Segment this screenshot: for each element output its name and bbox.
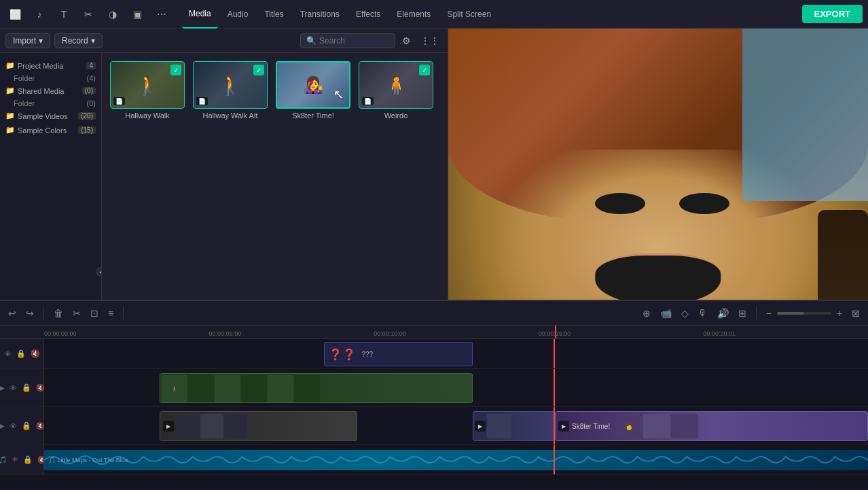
folder1-count: (4) bbox=[87, 74, 96, 82]
sample-videos-label: Sample Videos bbox=[18, 112, 68, 120]
mic-button[interactable]: 🎙 bbox=[695, 307, 710, 320]
sidebar-label: Project Media bbox=[18, 62, 63, 70]
b-track-play-button[interactable]: ▶ bbox=[0, 421, 6, 431]
thumb-frame-5 bbox=[268, 375, 293, 402]
video-track-lock-button[interactable]: 🔒 bbox=[20, 382, 33, 393]
video-track-eye-button[interactable]: 👁 bbox=[8, 383, 18, 393]
music-icon[interactable]: ♪ bbox=[30, 5, 49, 24]
playhead-line2 bbox=[554, 369, 555, 406]
sidebar-item-project-media[interactable]: 📁 Project Media 4 bbox=[0, 58, 101, 73]
camera-button[interactable]: 📹 bbox=[657, 307, 674, 320]
redo-button[interactable]: ↪ bbox=[23, 307, 37, 320]
sidebar-collapse-button[interactable]: ◀ bbox=[96, 266, 102, 277]
cut-icon[interactable]: ✂ bbox=[79, 5, 98, 24]
voiceover-button[interactable]: 🔊 bbox=[715, 307, 731, 320]
video-track-play-button[interactable]: ▶ bbox=[0, 383, 6, 393]
icon-toolbar: ⬜ ♪ T ✂ ◑ ▣ ⋯ bbox=[5, 5, 171, 24]
toolbar-separator3 bbox=[756, 307, 757, 320]
audio-clip[interactable]: 🎵 Little Maps - Out The Blue bbox=[44, 450, 868, 470]
audio-settings-button[interactable]: ≡ bbox=[105, 307, 116, 320]
audio-track-music-button[interactable]: 🎵 bbox=[0, 455, 8, 465]
zoom-bar[interactable] bbox=[777, 312, 831, 315]
audio-track-lock-button[interactable]: 🔒 bbox=[22, 454, 34, 466]
track-mute-button[interactable]: 🔇 bbox=[29, 348, 41, 360]
weirdo-thumb-2 bbox=[200, 414, 223, 438]
screen-icon[interactable]: ▣ bbox=[128, 5, 147, 24]
media-item-weirdo[interactable]: 🧍 📄 ✓ Weirdo bbox=[359, 61, 433, 120]
timeline-ruler: 00:00:00:00 00:00:05:00 00:00:10:00 00:0… bbox=[0, 326, 868, 339]
weirdo-thumb-3 bbox=[224, 414, 247, 438]
tab-audio[interactable]: Audio bbox=[221, 0, 255, 29]
record-button[interactable]: Record ▾ bbox=[54, 33, 103, 48]
tab-titles[interactable]: Titles bbox=[257, 0, 290, 29]
tab-split-screen[interactable]: Split Screen bbox=[440, 0, 498, 29]
pip-button[interactable]: ⊞ bbox=[736, 307, 749, 320]
folder-label: Folder bbox=[14, 74, 35, 82]
ruler-mark-0: 00:00:00:00 bbox=[44, 330, 77, 337]
title-clip-qmark[interactable]: ❓❓ ??? bbox=[324, 342, 472, 366]
shared-count: (0) bbox=[82, 87, 96, 94]
selected-checkmark: ✓ bbox=[253, 65, 264, 75]
audio-track-eye-button[interactable]: 👁 bbox=[10, 455, 20, 465]
thumb-frame-2 bbox=[188, 375, 214, 402]
zoom-out-button[interactable]: − bbox=[763, 307, 774, 320]
more-icon[interactable]: ⋯ bbox=[152, 5, 171, 24]
sidebar-sub-folder2[interactable]: Folder (0) bbox=[0, 98, 101, 109]
import-button[interactable]: Import ▾ bbox=[5, 33, 50, 48]
ruler-inner: 00:00:00:00 00:00:05:00 00:00:10:00 00:0… bbox=[44, 326, 868, 338]
sk8ter-thumbs: 👩 bbox=[615, 414, 698, 438]
tab-effects[interactable]: Effects bbox=[349, 0, 387, 29]
search-box[interactable]: 🔍 bbox=[300, 33, 395, 48]
text-icon[interactable]: T bbox=[54, 5, 73, 24]
undo-button[interactable]: ↩ bbox=[5, 307, 19, 320]
tab-transitions[interactable]: Transitions bbox=[293, 0, 346, 29]
color-icon[interactable]: ◑ bbox=[103, 5, 122, 24]
b-track-lock-button[interactable]: 🔒 bbox=[20, 420, 33, 432]
media-item-hallway-walk[interactable]: 🚶 📄 ✓ Hallway Walk bbox=[110, 61, 185, 120]
thumbnail-hallway-walk: 🚶 📄 ✓ bbox=[110, 61, 185, 109]
video-thumbnail-strip: 🚶 bbox=[160, 374, 321, 402]
sidebar-item-shared-media[interactable]: 📁 Shared Media (0) bbox=[0, 84, 101, 98]
thumb-frame-3 bbox=[215, 375, 240, 402]
export-button[interactable]: EXPORT bbox=[802, 5, 863, 23]
shared-label: Shared Media bbox=[18, 87, 65, 95]
grid-view-icon[interactable]: ⋮⋮ bbox=[418, 34, 442, 48]
sidebar-sub-folder1[interactable]: Folder (4) bbox=[0, 73, 101, 84]
tab-media[interactable]: Media bbox=[182, 0, 218, 29]
delete-button[interactable]: 🗑 bbox=[51, 307, 66, 320]
zoom-in-button[interactable]: + bbox=[834, 307, 845, 320]
mouth-visual bbox=[595, 253, 721, 305]
title-track-controls: 👁 🔒 🔇 bbox=[0, 339, 44, 368]
tab-elements[interactable]: Elements bbox=[390, 0, 437, 29]
sample-videos-icon: 📁 bbox=[5, 111, 15, 120]
filter-icon[interactable]: ⚙ bbox=[399, 34, 414, 48]
track-eye-button[interactable]: 👁 bbox=[3, 349, 13, 360]
zoom-to-fit-button[interactable]: ⊡ bbox=[88, 307, 101, 320]
search-input[interactable] bbox=[319, 36, 387, 46]
track-lock-button[interactable]: 🔒 bbox=[15, 348, 27, 360]
waveform-svg bbox=[44, 450, 868, 470]
zoom-fill bbox=[777, 312, 804, 315]
sidebar-item-sample-videos[interactable]: 📁 Sample Videos (20) bbox=[0, 109, 101, 123]
playhead-line3 bbox=[554, 407, 555, 444]
cut-button[interactable]: ✂ bbox=[70, 307, 84, 320]
b-clip-group[interactable]: ▶ bbox=[473, 411, 555, 441]
thumb-frame-6 bbox=[294, 375, 320, 402]
thumbnail-sk8ter-time: 👩‍🎤 ↖ bbox=[276, 61, 350, 109]
main-video-clip[interactable]: 🚶 bbox=[160, 373, 473, 403]
fullscreen-timeline-button[interactable]: ⊠ bbox=[849, 307, 863, 320]
video-type-icon: 📄 bbox=[362, 97, 374, 105]
audio-track-content: 🎵 Little Maps - Out The Blue bbox=[44, 445, 868, 474]
b-clip-sk8ter[interactable]: ▶ Sk8ter Time! 👩 bbox=[555, 411, 868, 441]
folder2-count: (0) bbox=[87, 99, 96, 107]
add-track-button[interactable]: ⊕ bbox=[640, 307, 653, 320]
marker-button[interactable]: ◇ bbox=[679, 307, 691, 320]
b-track-eye-button[interactable]: 👁 bbox=[8, 421, 18, 432]
media-item-hallway-walk-alt[interactable]: 🚶 📄 ✓ Hallway Walk Alt bbox=[193, 61, 268, 120]
video-type-icon: 📄 bbox=[196, 97, 208, 105]
timeline-area: ↩ ↪ 🗑 ✂ ⊡ ≡ ⊕ 📹 ◇ 🎙 🔊 ⊞ − + ⊠ bbox=[0, 300, 868, 490]
b-clip-weirdo[interactable]: ▶ bbox=[160, 411, 357, 441]
file-icon[interactable]: ⬜ bbox=[5, 5, 24, 24]
sidebar-item-sample-colors[interactable]: 📁 Sample Colors (15) bbox=[0, 123, 101, 137]
media-item-sk8ter-time[interactable]: 👩‍🎤 ↖ Sk8ter Time! bbox=[276, 61, 350, 120]
